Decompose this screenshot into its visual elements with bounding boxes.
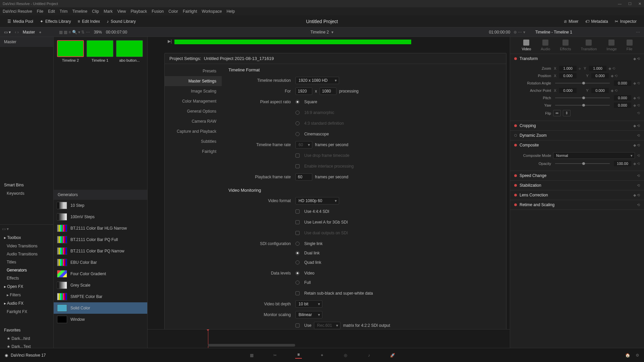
anchor-y-input[interactable]: 0.000: [591, 88, 609, 93]
master-bin-header[interactable]: Master: [0, 37, 53, 47]
openfx-header[interactable]: ▸ Open FX: [0, 282, 53, 291]
minimize-icon[interactable]: —: [618, 2, 622, 6]
master-bin[interactable]: Master: [23, 30, 35, 35]
pitch-input[interactable]: 0.000: [614, 95, 631, 101]
tab-audio[interactable]: Audio: [541, 40, 550, 51]
menu-item[interactable]: Fairlight: [183, 9, 197, 14]
level-a-checkbox[interactable]: [296, 220, 300, 224]
fairlight-page-icon[interactable]: ♪: [366, 352, 372, 359]
menu-item[interactable]: Timeline: [72, 9, 87, 14]
tab-image-scaling[interactable]: Image Scaling: [165, 86, 222, 96]
speed-change-header[interactable]: Speed Change⟲: [510, 171, 644, 180]
maximize-icon[interactable]: ☐: [628, 2, 632, 6]
generator-item[interactable]: Window: [54, 314, 147, 325]
timeline-resolution-dropdown[interactable]: 644 x 362 HD: [296, 77, 339, 84]
effects-library-button[interactable]: ✦Effects Library: [37, 18, 74, 25]
tab-camera-raw[interactable]: Camera RAW: [165, 116, 222, 126]
edit-page-icon[interactable]: ≡: [295, 352, 302, 359]
menu-item[interactable]: Trim: [60, 9, 68, 14]
tab-color-management[interactable]: Color Management: [165, 96, 222, 106]
bin-dropdown-icon[interactable]: ▭ ▾: [4, 30, 11, 35]
tab-capture-playback[interactable]: Capture and Playback: [165, 126, 222, 136]
menu-item[interactable]: Color: [168, 9, 178, 14]
timeline-area[interactable]: [148, 329, 510, 348]
sdi-dual-radio[interactable]: [296, 251, 300, 255]
res-height-input[interactable]: 1080: [320, 87, 336, 95]
tab-video[interactable]: Video: [522, 40, 531, 51]
media-pool-button[interactable]: ☰Media Pool: [4, 18, 37, 25]
tab-transition[interactable]: Transition: [581, 40, 597, 51]
tab-master-settings[interactable]: Master Settings: [165, 76, 222, 86]
use-444-checkbox[interactable]: [296, 209, 300, 214]
rotation-slider[interactable]: [555, 83, 610, 83]
menu-item[interactable]: Playback: [130, 9, 147, 14]
generator-item[interactable]: BT.2111 Color Bar PQ Narrow: [54, 245, 147, 257]
viewer-zoom[interactable]: 39%: [94, 30, 102, 35]
home-icon[interactable]: 🏠: [625, 353, 630, 358]
use-matrix-checkbox[interactable]: [296, 323, 300, 327]
menu-item[interactable]: DaVinci Resolve: [3, 9, 32, 14]
edit-index-button[interactable]: ≡Edit Index: [74, 18, 103, 25]
tab-effects[interactable]: Effects: [560, 40, 571, 51]
tab-fairlight[interactable]: Fairlight: [165, 146, 222, 157]
flip-v-button[interactable]: ⇕: [563, 110, 571, 116]
timeline-scrollbar[interactable]: [208, 344, 295, 347]
mini-timeline[interactable]: [174, 40, 503, 46]
generator-item[interactable]: 10 Step: [54, 200, 147, 211]
sdi-single-radio[interactable]: [296, 242, 300, 246]
rotation-input[interactable]: 0.000: [614, 80, 631, 86]
retime-scaling-header[interactable]: Retime and Scaling⟲: [510, 200, 644, 209]
sound-library-button[interactable]: ♪Sound Library: [103, 18, 139, 25]
tab-presets[interactable]: Presets: [165, 66, 222, 76]
titles[interactable]: Titles: [0, 258, 53, 266]
clip-thumbnail[interactable]: Timeline 2: [57, 40, 84, 62]
retain-subblack-checkbox[interactable]: [296, 291, 300, 295]
keywords-bin[interactable]: Keywords: [0, 189, 53, 197]
par-43-radio[interactable]: [296, 121, 300, 125]
sdi-quad-radio[interactable]: [296, 260, 300, 264]
tab-image[interactable]: Image: [606, 40, 617, 51]
video-format-dropdown[interactable]: HD 1080p 60: [296, 197, 339, 204]
inspector-button[interactable]: ✂Inspector: [611, 18, 640, 25]
tab-file[interactable]: File: [627, 40, 633, 51]
anchor-x-input[interactable]: 0.000: [559, 88, 577, 93]
generator-item[interactable]: BT.2111 Color Bar HLG Narrow: [54, 223, 147, 234]
clip-thumbnail[interactable]: Timeline 1: [87, 40, 113, 62]
res-width-input[interactable]: 1920: [296, 87, 312, 95]
pos-x-input[interactable]: 0.000: [559, 73, 577, 78]
play-icon[interactable]: ▶|: [168, 39, 172, 44]
generators-category[interactable]: Generators: [0, 266, 53, 274]
data-video-radio[interactable]: [296, 271, 300, 275]
bit-depth-dropdown[interactable]: 10 bit: [296, 300, 322, 308]
effects-category[interactable]: Effects: [0, 274, 53, 282]
generator-item[interactable]: EBU Color Bar: [54, 257, 147, 268]
par-cinemascope-radio[interactable]: [296, 132, 300, 136]
clip-thumbnail[interactable]: abo button...: [116, 40, 143, 62]
favorite-item[interactable]: ★ Dark...hird: [0, 335, 53, 343]
timeline-name[interactable]: Timeline 2: [311, 30, 329, 35]
mixer-button[interactable]: ⎚Mixer: [561, 18, 582, 25]
pos-y-input[interactable]: 0.000: [591, 73, 609, 78]
deliver-page-icon[interactable]: 🚀: [389, 352, 396, 359]
color-page-icon[interactable]: ◎: [342, 352, 349, 359]
yaw-slider[interactable]: [555, 105, 610, 106]
lens-correction-header[interactable]: Lens Correction◆ ⟲: [510, 190, 644, 200]
audiofx-header[interactable]: ▸ Audio FX: [0, 299, 53, 308]
video-transitions[interactable]: Video Transitions: [0, 242, 53, 250]
transform-header[interactable]: Transform◆ ⟲: [510, 54, 644, 63]
par-169-radio[interactable]: [296, 111, 300, 115]
menu-item[interactable]: Workspace: [202, 9, 222, 14]
cut-page-icon[interactable]: ✂: [272, 352, 278, 359]
yaw-input[interactable]: 0.000: [614, 103, 631, 108]
data-full-radio[interactable]: [296, 281, 300, 285]
generator-item[interactable]: Four Color Gradient: [54, 268, 147, 280]
generator-item[interactable]: 100mV Steps: [54, 211, 147, 223]
audio-transitions[interactable]: Audio Transitions: [0, 250, 53, 258]
settings-icon[interactable]: ⚙: [636, 353, 639, 358]
composite-mode-dropdown[interactable]: Normal: [553, 152, 635, 159]
stabilization-header[interactable]: Stabilization⟲: [510, 181, 644, 190]
monitor-scaling-dropdown[interactable]: Bilinear: [296, 311, 322, 318]
menu-item[interactable]: Edit: [48, 9, 55, 14]
media-page-icon[interactable]: ▦: [248, 352, 255, 359]
par-square-radio[interactable]: [296, 100, 300, 104]
